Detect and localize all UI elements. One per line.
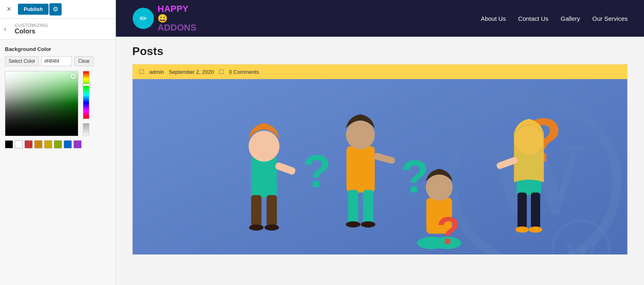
site-logo: ✏ HAPPY 😀 ADDONS [132,4,196,33]
page-content: Posts ☐ admin September 2, 2020 ☐ 0 Comm… [116,37,644,285]
svg-rect-9 [266,195,277,226]
site-nav: About Us Contact Us Gallery Our Services [481,15,628,22]
logo-addons: ADDONS [158,23,196,33]
swatch-purple[interactable] [73,140,82,148]
select-color-button[interactable]: Select Color [5,56,39,66]
svg-point-19 [361,221,375,228]
svg-point-23 [426,174,453,201]
svg-point-10 [249,224,263,230]
customizing-header: ‹ Customizing Colors [0,19,115,40]
svg-rect-6 [251,157,277,198]
swatch-green[interactable] [54,140,62,148]
customizing-title: Colors [15,28,111,35]
posts-title: Posts [132,45,628,58]
svg-rect-17 [363,190,373,223]
color-swatches [5,140,82,148]
top-bar: × Publish ⚙ [0,0,115,19]
color-controls: Select Color Clear [5,56,111,66]
post-image: W [133,79,627,254]
svg-rect-14 [346,146,375,193]
spectrum-handle[interactable] [82,84,91,86]
svg-text:✏: ✏ [140,13,147,24]
svg-rect-8 [251,195,261,226]
post-illustration: W [133,79,627,254]
post-meta: ☐ admin September 2, 2020 ☐ 0 Comments [133,64,627,79]
comment-icon: ☐ [219,68,224,75]
site-header: ✏ HAPPY 😀 ADDONS About Us Contact Us Gal… [116,0,644,37]
svg-text:?: ? [400,150,429,202]
swatch-white[interactable] [15,140,23,148]
clear-color-button[interactable]: Clear [74,56,93,66]
logo-top: HAPPY 😀 [158,4,196,23]
svg-rect-31 [531,192,540,228]
back-button[interactable]: ‹ [4,25,6,33]
color-picker [5,71,111,136]
gradient-overlay [5,71,78,136]
background-color-label: Background Color [5,46,111,52]
swatch-orange[interactable] [34,140,42,148]
publish-area: Publish ⚙ [18,3,62,15]
customizing-section-label: Customizing [15,23,111,28]
svg-point-18 [346,221,360,228]
svg-point-32 [515,226,529,232]
color-hex-input[interactable] [41,56,72,66]
svg-text:?: ? [303,146,331,197]
post-author: admin [149,69,164,75]
opacity-bar[interactable] [83,123,89,136]
gradient-handle[interactable] [70,73,76,79]
nav-our-services[interactable]: Our Services [592,15,628,22]
svg-rect-16 [348,190,358,223]
svg-point-33 [529,226,542,232]
settings-button[interactable]: ⚙ [49,3,62,15]
svg-point-15 [346,120,375,149]
post-comments: 0 Comments [229,69,259,75]
logo-text: HAPPY 😀 ADDONS [158,4,196,33]
swatch-blue[interactable] [64,140,72,148]
nav-gallery[interactable]: Gallery [561,15,580,22]
svg-point-7 [249,131,280,162]
left-panel: × Publish ⚙ ‹ Customizing Colors Backgro… [0,0,116,285]
logo-svg: ✏ [132,7,154,29]
close-button[interactable]: × [3,4,15,15]
post-date: September 2, 2020 [169,69,214,75]
svg-rect-30 [517,192,527,228]
publish-button[interactable]: Publish [18,4,49,15]
swatch-red[interactable] [24,140,33,148]
color-gradient-picker[interactable] [5,71,78,136]
svg-text:W: W [564,235,597,254]
svg-text:?: ? [437,209,460,252]
logo-icon-wrapper: ✏ [132,7,154,29]
author-icon: ☐ [139,68,144,75]
swatch-black[interactable] [5,140,13,148]
main-content: ✏ HAPPY 😀 ADDONS About Us Contact Us Gal… [116,0,644,285]
panel-content: Background Color Select Color Clear [0,40,115,285]
nav-contact-us[interactable]: Contact Us [518,15,549,22]
color-spectrum-slider [82,71,91,136]
nav-about-us[interactable]: About Us [481,15,506,22]
swatch-yellow[interactable] [44,140,52,148]
svg-point-11 [264,224,279,230]
spectrum-bar[interactable] [83,71,89,119]
post-card: ☐ admin September 2, 2020 ☐ 0 Comments [132,64,628,255]
